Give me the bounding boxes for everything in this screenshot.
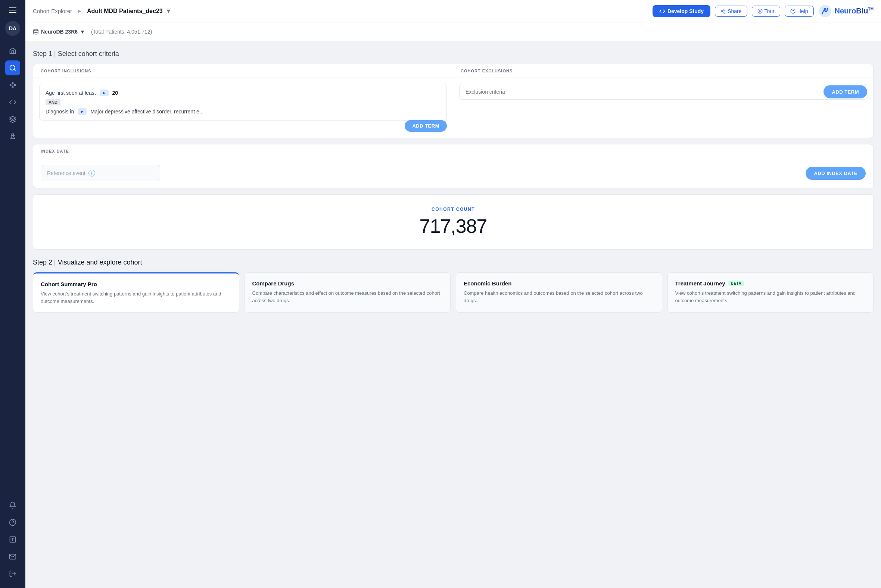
ref-event-input[interactable]: Reference event i	[41, 165, 160, 182]
svg-point-2	[10, 84, 11, 86]
logo-blu: Blu	[856, 7, 868, 15]
svg-marker-10	[10, 116, 16, 119]
hamburger-menu[interactable]	[8, 4, 18, 16]
sidebar-item-logout[interactable]	[5, 566, 20, 581]
beta-badge: BETA	[728, 280, 744, 286]
svg-point-4	[14, 84, 15, 86]
svg-line-19	[722, 11, 724, 12]
step1-heading: Step 1 | Select cohort criteria	[33, 50, 873, 58]
db-name: NeuroDB 23R6	[41, 29, 78, 35]
svg-point-21	[758, 9, 762, 14]
explore-card-economic-burden[interactable]: Economic Burden Compare health economics…	[456, 272, 662, 313]
criteria-card: COHORT INCLUSIONS Age first seen at leas…	[33, 64, 873, 138]
diagnosis-value: Major depressive affective disorder, rec…	[90, 109, 203, 114]
subbar: NeuroDB 23R6 ▼ (Total Patients: 4,051,71…	[26, 22, 881, 41]
sidebar: DA	[0, 0, 26, 588]
explore-card-title-3: Economic Burden	[464, 280, 654, 286]
step2-heading: Step 2 | Visualize and explore cohort	[33, 258, 873, 266]
help-label: Help	[797, 8, 808, 14]
add-term-exclusion-button[interactable]: ADD TERM	[824, 86, 867, 99]
tour-label: Tour	[765, 8, 774, 14]
page-content: Step 1 | Select cohort criteria COHORT I…	[26, 41, 881, 588]
sidebar-item-help-circle[interactable]	[5, 515, 20, 530]
cohort-count-value: 717,387	[45, 215, 861, 237]
sidebar-item-code[interactable]	[5, 95, 20, 110]
avatar: DA	[5, 21, 20, 36]
sidebar-item-question[interactable]	[5, 532, 20, 547]
explore-card-compare-drugs[interactable]: Compare Drugs Compare characteristics an…	[245, 272, 451, 313]
sidebar-item-pipeline[interactable]	[5, 78, 20, 93]
total-patients: (Total Patients: 4,051,712)	[91, 29, 152, 35]
svg-point-17	[721, 10, 723, 12]
index-body: Reference event i ADD INDEX DATE	[33, 158, 873, 188]
sidebar-item-layers[interactable]	[5, 112, 20, 127]
explore-card-title-2: Compare Drugs	[253, 280, 443, 286]
and-badge: AND	[45, 99, 60, 105]
logo-neuro: Neuro	[835, 7, 856, 15]
exclusions-header: COHORT EXCLUSIONS	[453, 64, 873, 78]
explore-card-title-1: Cohort Summary Pro	[41, 281, 232, 287]
page-title: Adult MDD Patients_dec23	[87, 8, 163, 15]
explore-card-treatment-journey[interactable]: Treatment Journey BETA View cohort's tre…	[668, 272, 874, 313]
svg-line-1	[14, 69, 16, 71]
topbar-left: Cohort Explorer ► Adult MDD Patients_dec…	[33, 8, 652, 15]
tour-button[interactable]: Tour	[752, 6, 780, 17]
explore-card-desc-1: View cohort's treatment switching patter…	[41, 290, 232, 305]
svg-point-0	[10, 65, 15, 70]
share-button[interactable]: Share	[715, 6, 747, 17]
explore-card-desc-2: Compare characteristics and effect on ou…	[253, 290, 443, 304]
breadcrumb-chevron: ►	[77, 8, 83, 15]
explore-card-cohort-summary[interactable]: Cohort Summary Pro View cohort's treatme…	[33, 272, 239, 313]
add-index-date-button[interactable]: ADD INDEX DATE	[806, 167, 866, 180]
diagnosis-label: Diagnosis in	[45, 109, 74, 114]
breadcrumb: Cohort Explorer	[33, 8, 72, 14]
exclusions-body: ADD TERM	[453, 78, 873, 138]
svg-point-3	[12, 82, 13, 84]
explore-card-title-4: Treatment Journey BETA	[675, 280, 866, 286]
inclusions-body: Age first seen at least ► 20 AND Diagnos…	[33, 78, 453, 138]
db-dropdown-icon[interactable]: ▼	[80, 29, 85, 35]
help-button[interactable]: Help	[785, 6, 814, 17]
explore-card-desc-3: Compare health economics and outcomes ba…	[464, 290, 654, 304]
arrow-badge-2: ►	[78, 108, 87, 115]
sidebar-item-home[interactable]	[5, 43, 20, 58]
ref-event-placeholder: Reference event	[47, 170, 86, 176]
cohort-count-card: COHORT COUNT 717,387	[33, 194, 873, 250]
sidebar-item-notifications[interactable]	[5, 498, 20, 513]
inclusions-col: COHORT INCLUSIONS Age first seen at leas…	[33, 64, 453, 138]
svg-point-16	[724, 9, 725, 10]
inclusions-header: COHORT INCLUSIONS	[33, 64, 453, 78]
svg-point-18	[724, 12, 725, 14]
info-icon: i	[89, 170, 95, 177]
age-label: Age first seen at least	[45, 90, 96, 96]
db-selector[interactable]: NeuroDB 23R6 ▼	[33, 29, 85, 35]
logo-tm: TM	[868, 7, 873, 11]
sidebar-item-mail[interactable]	[5, 549, 20, 564]
develop-study-label: Develop Study	[668, 8, 704, 14]
age-value: 20	[112, 90, 118, 96]
cohort-count-label: COHORT COUNT	[45, 207, 861, 212]
svg-point-26	[34, 29, 38, 31]
arrow-badge-1: ►	[100, 90, 109, 96]
main-content: Cohort Explorer ► Adult MDD Patients_dec…	[26, 0, 881, 588]
sidebar-item-flask[interactable]	[5, 129, 20, 144]
title-dropdown-icon[interactable]: ▼	[166, 8, 172, 15]
share-label: Share	[728, 8, 741, 14]
criteria-columns: COHORT INCLUSIONS Age first seen at leas…	[33, 64, 873, 138]
develop-study-button[interactable]: Develop Study	[652, 5, 710, 17]
inclusion-item: Age first seen at least ► 20 AND Diagnos…	[39, 84, 447, 120]
index-card: INDEX DATE Reference event i ADD INDEX D…	[33, 144, 873, 188]
inclusion-row-1: Age first seen at least ► 20	[45, 90, 440, 96]
index-header: INDEX DATE	[33, 144, 873, 158]
svg-line-20	[722, 10, 724, 10]
svg-point-5	[12, 87, 13, 88]
exclusions-col: COHORT EXCLUSIONS ADD TERM	[453, 64, 873, 138]
add-term-inclusion-button[interactable]: ADD TERM	[404, 120, 447, 132]
exclusion-input-wrap: ADD TERM	[459, 84, 867, 100]
topbar: Cohort Explorer ► Adult MDD Patients_dec…	[26, 0, 881, 22]
explore-cards: Cohort Summary Pro View cohort's treatme…	[33, 272, 873, 313]
logo: NeuroBluTM	[818, 4, 873, 18]
exclusion-input[interactable]	[459, 84, 867, 100]
topbar-right: Develop Study Share Tour Help	[652, 4, 873, 18]
sidebar-item-cohort[interactable]	[5, 60, 20, 75]
